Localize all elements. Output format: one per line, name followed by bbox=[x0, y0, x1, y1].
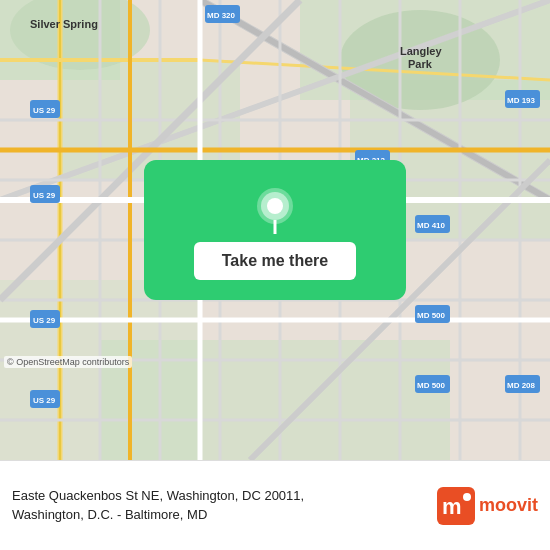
map-attribution: © OpenStreetMap contributors bbox=[4, 356, 132, 368]
map-overlay: Take me there bbox=[0, 0, 550, 460]
action-panel: Take me there bbox=[144, 160, 406, 300]
moovit-label: moovit bbox=[479, 495, 538, 516]
svg-text:m: m bbox=[442, 494, 462, 519]
svg-point-65 bbox=[267, 198, 283, 214]
take-me-there-button[interactable]: Take me there bbox=[194, 242, 356, 280]
info-bar: Easte Quackenbos St NE, Washington, DC 2… bbox=[0, 460, 550, 550]
address-info: Easte Quackenbos St NE, Washington, DC 2… bbox=[12, 487, 427, 523]
svg-point-68 bbox=[463, 493, 471, 501]
map-container: Silver Spring Langley Park Chillum MD 32… bbox=[0, 0, 550, 460]
address-line: Easte Quackenbos St NE, Washington, DC 2… bbox=[12, 487, 427, 523]
moovit-icon: m bbox=[437, 487, 475, 525]
moovit-logo: m moovit bbox=[437, 487, 538, 525]
location-pin-icon bbox=[255, 190, 295, 230]
